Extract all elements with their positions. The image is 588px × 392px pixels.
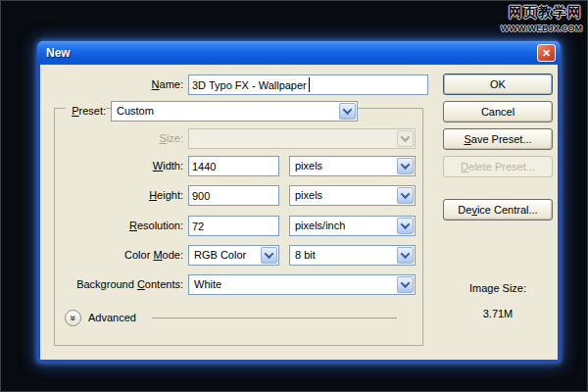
width-label: Width: — [52, 156, 183, 176]
double-chevron-down-icon: » — [68, 315, 78, 320]
ok-button[interactable]: OK — [443, 74, 553, 95]
name-label: Name: — [52, 74, 183, 95]
chevron-down-icon[interactable] — [397, 158, 414, 174]
watermark: 网页教学网 WWW.WEBJX.COM — [501, 4, 582, 33]
dialog-titlebar[interactable]: New ✕ — [37, 41, 561, 65]
text-caret — [309, 77, 310, 92]
close-button[interactable]: ✕ — [537, 44, 556, 62]
size-select — [188, 128, 416, 149]
height-label: Height: — [52, 185, 183, 206]
device-central-button[interactable]: Device Central... — [443, 199, 553, 220]
image-size-value: 3.71M — [443, 308, 553, 319]
chevron-down-icon[interactable] — [397, 218, 414, 234]
width-unit-value: pixels — [295, 157, 322, 175]
height-unit-select[interactable]: pixels — [289, 185, 416, 206]
color-mode-select[interactable]: RGB Color — [188, 245, 279, 266]
dialog-body: Name: Preset: Custom Size: Width: pixels — [40, 65, 558, 360]
chevron-down-icon[interactable] — [339, 103, 356, 120]
chevron-down-icon[interactable] — [397, 276, 414, 293]
chevron-glyph — [401, 278, 411, 288]
close-icon: ✕ — [542, 47, 551, 60]
background-contents-select[interactable]: White — [188, 274, 416, 295]
preset-select[interactable]: Custom — [111, 101, 358, 122]
cancel-button[interactable]: Cancel — [443, 101, 553, 122]
width-input[interactable] — [188, 156, 279, 176]
width-unit-select[interactable]: pixels — [289, 156, 416, 176]
chevron-glyph — [401, 189, 411, 199]
chevron-down-icon — [397, 130, 414, 147]
preset-label: Preset: — [66, 101, 106, 122]
chevron-glyph — [401, 132, 411, 142]
chevron-glyph — [343, 105, 353, 115]
resolution-label: Resolution: — [52, 216, 183, 236]
chevron-glyph — [401, 249, 411, 259]
background-contents-label: Background Contents: — [52, 274, 183, 295]
preset-selected-value: Custom — [117, 102, 154, 121]
desktop-background: 网页教学网 WWW.WEBJX.COM New ✕ Name: Preset: … — [0, 0, 588, 392]
size-label: Size: — [52, 128, 183, 149]
chevron-glyph — [265, 249, 274, 259]
color-mode-value: RGB Color — [194, 246, 246, 265]
watermark-site-name: 网页教学网 — [501, 4, 582, 22]
color-mode-label: Color Mode: — [52, 245, 183, 266]
chevron-down-icon[interactable] — [261, 247, 277, 264]
delete-preset-button: Delete Preset... — [443, 156, 553, 177]
chevron-down-icon[interactable] — [397, 187, 414, 204]
chevron-glyph — [401, 220, 411, 229]
advanced-expand-button[interactable]: » — [65, 310, 81, 326]
save-preset-button[interactable]: Save Preset... — [443, 128, 553, 150]
advanced-label: Advanced — [88, 310, 136, 326]
watermark-site-url: WWW.WEBJX.COM — [501, 24, 582, 33]
advanced-divider — [152, 318, 397, 318]
chevron-glyph — [401, 160, 411, 170]
background-contents-value: White — [194, 275, 221, 294]
image-size-label: Image Size: — [443, 282, 553, 294]
bit-depth-value: 8 bit — [295, 246, 316, 265]
resolution-unit-select[interactable]: pixels/inch — [289, 216, 416, 236]
dialog-title: New — [37, 46, 71, 60]
height-input[interactable] — [188, 185, 279, 206]
resolution-input[interactable] — [188, 216, 279, 236]
chevron-down-icon[interactable] — [397, 247, 414, 264]
new-document-dialog: New ✕ Name: Preset: Custom Size: Width: — [37, 41, 561, 363]
height-unit-value: pixels — [295, 186, 322, 205]
bit-depth-select[interactable]: 8 bit — [289, 245, 416, 266]
resolution-unit-value: pixels/inch — [295, 217, 345, 235]
